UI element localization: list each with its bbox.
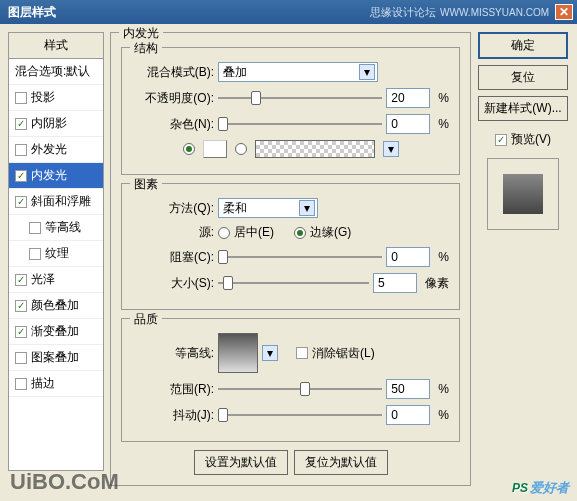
method-label: 方法(Q): <box>132 200 214 217</box>
style-item-label: 渐变叠加 <box>31 323 79 340</box>
style-item-label: 图案叠加 <box>31 349 79 366</box>
range-input[interactable]: 50 <box>386 379 430 399</box>
size-label: 大小(S): <box>132 275 214 292</box>
style-checkbox[interactable] <box>15 170 27 182</box>
style-checkbox[interactable] <box>29 248 41 260</box>
style-item[interactable]: 等高线 <box>9 215 103 241</box>
style-checkbox[interactable] <box>15 352 27 364</box>
window-title: 图层样式 <box>4 4 370 21</box>
opacity-input[interactable]: 20 <box>386 88 430 108</box>
style-item-label: 描边 <box>31 375 55 392</box>
style-item[interactable]: 内发光 <box>9 163 103 189</box>
jitter-slider[interactable] <box>218 407 382 423</box>
blend-mode-label: 混合模式(B): <box>132 64 214 81</box>
opacity-label: 不透明度(O): <box>132 90 214 107</box>
blend-mode-select[interactable]: 叠加 ▾ <box>218 62 378 82</box>
style-item[interactable]: 描边 <box>9 371 103 397</box>
set-default-button[interactable]: 设置为默认值 <box>194 450 288 475</box>
color-radio[interactable] <box>183 143 195 155</box>
preview-label: 预览(V) <box>511 131 551 148</box>
style-item[interactable]: 渐变叠加 <box>9 319 103 345</box>
elements-title: 图素 <box>130 176 162 193</box>
style-item-label: 内发光 <box>31 167 67 184</box>
source-center-label: 居中(E) <box>234 224 274 241</box>
ok-button[interactable]: 确定 <box>478 32 568 59</box>
style-item-label: 光泽 <box>31 271 55 288</box>
style-item[interactable]: 颜色叠加 <box>9 293 103 319</box>
jitter-input[interactable]: 0 <box>386 405 430 425</box>
style-item-label: 纹理 <box>45 245 69 262</box>
style-item[interactable]: 光泽 <box>9 267 103 293</box>
watermark-uibo: UiBO.CoM <box>10 469 119 495</box>
new-style-button[interactable]: 新建样式(W)... <box>478 96 568 121</box>
style-checkbox[interactable] <box>15 196 27 208</box>
style-checkbox[interactable] <box>15 274 27 286</box>
preview-checkbox[interactable] <box>495 134 507 146</box>
preview-box <box>487 158 559 230</box>
size-slider[interactable] <box>218 275 369 291</box>
quality-title: 品质 <box>130 311 162 328</box>
cancel-button[interactable]: 复位 <box>478 65 568 90</box>
structure-title: 结构 <box>130 40 162 57</box>
forum-url: WWW.MISSYUAN.COM <box>440 7 549 18</box>
styles-header: 样式 <box>9 33 103 59</box>
style-checkbox[interactable] <box>29 222 41 234</box>
source-center-radio[interactable] <box>218 227 230 239</box>
contour-label: 等高线: <box>132 345 214 362</box>
style-item-label: 等高线 <box>45 219 81 236</box>
source-edge-label: 边缘(G) <box>310 224 351 241</box>
style-item[interactable]: 斜面和浮雕 <box>9 189 103 215</box>
gradient-radio[interactable] <box>235 143 247 155</box>
style-item[interactable]: 投影 <box>9 85 103 111</box>
style-checkbox[interactable] <box>15 326 27 338</box>
opacity-slider[interactable] <box>218 90 382 106</box>
noise-input[interactable]: 0 <box>386 114 430 134</box>
noise-label: 杂色(N): <box>132 116 214 133</box>
antialias-label: 消除锯齿(L) <box>312 345 375 362</box>
range-label: 范围(R): <box>132 381 214 398</box>
style-item[interactable]: 外发光 <box>9 137 103 163</box>
source-label: 源: <box>132 224 214 241</box>
style-item-label: 内阴影 <box>31 115 67 132</box>
chevron-down-icon[interactable]: ▾ <box>262 345 278 361</box>
color-swatch[interactable] <box>203 140 227 158</box>
style-item[interactable]: 图案叠加 <box>9 345 103 371</box>
choke-input[interactable]: 0 <box>386 247 430 267</box>
gradient-swatch[interactable] <box>255 140 375 158</box>
styles-list: 样式 混合选项:默认 投影内阴影外发光内发光斜面和浮雕等高线纹理光泽颜色叠加渐变… <box>8 32 104 471</box>
style-item[interactable]: 内阴影 <box>9 111 103 137</box>
style-item-label: 外发光 <box>31 141 67 158</box>
style-checkbox[interactable] <box>15 300 27 312</box>
antialias-checkbox[interactable] <box>296 347 308 359</box>
method-select[interactable]: 柔和 ▾ <box>218 198 318 218</box>
preview-swatch <box>503 174 543 214</box>
style-item-label: 颜色叠加 <box>31 297 79 314</box>
style-item-label: 斜面和浮雕 <box>31 193 91 210</box>
source-edge-radio[interactable] <box>294 227 306 239</box>
choke-slider[interactable] <box>218 249 382 265</box>
range-slider[interactable] <box>218 381 382 397</box>
style-checkbox[interactable] <box>15 118 27 130</box>
contour-picker[interactable] <box>218 333 258 373</box>
jitter-label: 抖动(J): <box>132 407 214 424</box>
size-input[interactable]: 5 <box>373 273 417 293</box>
chevron-down-icon: ▾ <box>299 200 315 216</box>
style-checkbox[interactable] <box>15 144 27 156</box>
style-checkbox[interactable] <box>15 378 27 390</box>
style-item-label: 投影 <box>31 89 55 106</box>
blending-options[interactable]: 混合选项:默认 <box>9 59 103 85</box>
forum-name: 思缘设计论坛 <box>370 5 436 20</box>
noise-slider[interactable] <box>218 116 382 132</box>
style-item[interactable]: 纹理 <box>9 241 103 267</box>
style-checkbox[interactable] <box>15 92 27 104</box>
watermark-ps: PS爱好者 <box>512 476 569 497</box>
close-button[interactable]: ✕ <box>555 4 573 20</box>
choke-label: 阻塞(C): <box>132 249 214 266</box>
chevron-down-icon[interactable]: ▾ <box>383 141 399 157</box>
reset-default-button[interactable]: 复位为默认值 <box>294 450 388 475</box>
chevron-down-icon: ▾ <box>359 64 375 80</box>
